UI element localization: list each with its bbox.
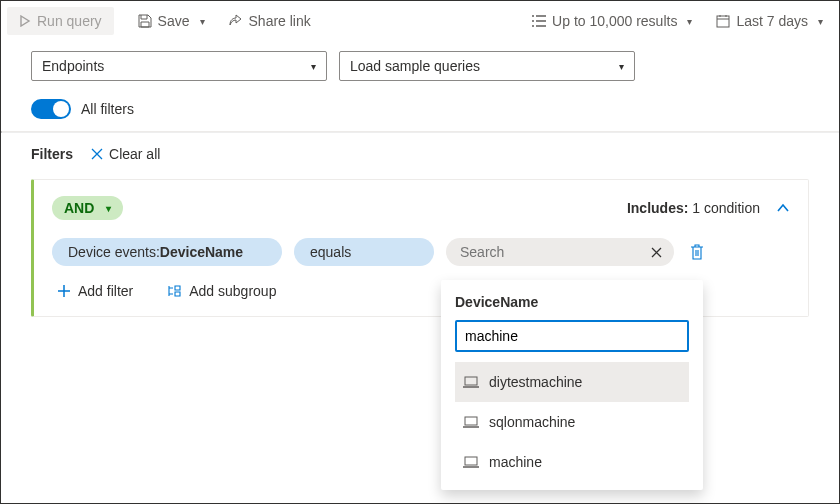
play-icon xyxy=(19,15,31,27)
svg-rect-2 xyxy=(465,417,477,425)
delete-condition-button[interactable] xyxy=(690,244,704,260)
add-filter-label: Add filter xyxy=(78,283,133,299)
plus-icon xyxy=(58,285,70,297)
sample-queries-value: Load sample queries xyxy=(350,58,480,74)
dropdown-item-label: machine xyxy=(489,454,542,470)
share-link-button[interactable]: Share link xyxy=(219,7,321,35)
search-input[interactable] xyxy=(458,243,638,261)
list-icon xyxy=(532,15,546,27)
close-icon xyxy=(91,148,103,160)
save-button[interactable]: Save ▾ xyxy=(128,7,215,35)
all-filters-label: All filters xyxy=(81,101,134,117)
trash-icon xyxy=(690,244,704,260)
sample-queries-select[interactable]: Load sample queries ▾ xyxy=(339,51,635,81)
dropdown-item[interactable]: machine xyxy=(455,442,689,482)
results-limit-label: Up to 10,000 results xyxy=(552,13,677,29)
all-filters-toggle[interactable] xyxy=(31,99,71,119)
save-label: Save xyxy=(158,13,190,29)
time-range-label: Last 7 days xyxy=(736,13,808,29)
condition-field-prefix: Device events: xyxy=(68,244,160,260)
share-icon xyxy=(229,14,243,28)
time-range-button[interactable]: Last 7 days ▾ xyxy=(706,7,833,35)
dropdown-item[interactable]: sqlonmachine xyxy=(455,402,689,442)
scope-select[interactable]: Endpoints ▾ xyxy=(31,51,327,81)
condition-field-name: DeviceName xyxy=(160,244,243,260)
add-subgroup-label: Add subgroup xyxy=(189,283,276,299)
group-operator-label: AND xyxy=(64,200,94,216)
filters-heading: Filters xyxy=(31,146,73,162)
condition-field-pill[interactable]: Device events: DeviceName xyxy=(52,238,282,266)
toggle-knob xyxy=(53,101,69,117)
group-operator-pill[interactable]: AND ▾ xyxy=(52,196,123,220)
condition-row: Device events: DeviceName equals DeviceN… xyxy=(52,238,790,266)
add-subgroup-button[interactable]: Add subgroup xyxy=(161,282,282,300)
laptop-icon xyxy=(463,376,479,388)
subgroup-icon xyxy=(167,285,181,297)
chevron-down-icon: ▾ xyxy=(106,203,111,214)
dropdown-search-input[interactable] xyxy=(455,320,689,352)
chevron-down-icon: ▾ xyxy=(818,16,823,27)
dropdown-item[interactable]: diytestmachine xyxy=(455,362,689,402)
svg-rect-0 xyxy=(717,16,729,27)
includes-summary: Includes: 1 condition xyxy=(627,200,760,216)
clear-all-label: Clear all xyxy=(109,146,160,162)
collapse-toggle[interactable] xyxy=(776,203,790,213)
laptop-icon xyxy=(463,456,479,468)
svg-rect-3 xyxy=(465,457,477,465)
svg-rect-1 xyxy=(465,377,477,385)
share-label: Share link xyxy=(249,13,311,29)
clear-all-button[interactable]: Clear all xyxy=(85,145,166,163)
run-query-button[interactable]: Run query xyxy=(7,7,114,35)
laptop-icon xyxy=(463,416,479,428)
chevron-down-icon: ▾ xyxy=(687,16,692,27)
clear-search-button[interactable] xyxy=(644,240,668,264)
close-icon xyxy=(651,247,662,258)
dropdown-item-label: sqlonmachine xyxy=(489,414,575,430)
add-filter-button[interactable]: Add filter xyxy=(52,282,139,300)
results-limit-button[interactable]: Up to 10,000 results ▾ xyxy=(522,7,702,35)
dropdown-title: DeviceName xyxy=(455,294,689,310)
query-toolbar: Run query Save ▾ Share link Up to 10,000… xyxy=(1,1,839,47)
dropdown-item-label: diytestmachine xyxy=(489,374,582,390)
chevron-up-icon xyxy=(776,203,790,213)
run-query-label: Run query xyxy=(37,13,102,29)
calendar-icon xyxy=(716,14,730,28)
device-name-dropdown: DeviceName diytestmachine sqlonmachine m… xyxy=(441,280,703,490)
condition-operator-pill[interactable]: equals xyxy=(294,238,434,266)
condition-operator-label: equals xyxy=(310,244,351,260)
scope-select-value: Endpoints xyxy=(42,58,104,74)
filter-group-card: AND ▾ Includes: 1 condition Device event… xyxy=(31,179,809,317)
condition-value-search[interactable] xyxy=(446,238,674,266)
chevron-down-icon: ▾ xyxy=(619,61,624,72)
chevron-down-icon: ▾ xyxy=(200,16,205,27)
save-icon xyxy=(138,14,152,28)
chevron-down-icon: ▾ xyxy=(311,61,316,72)
